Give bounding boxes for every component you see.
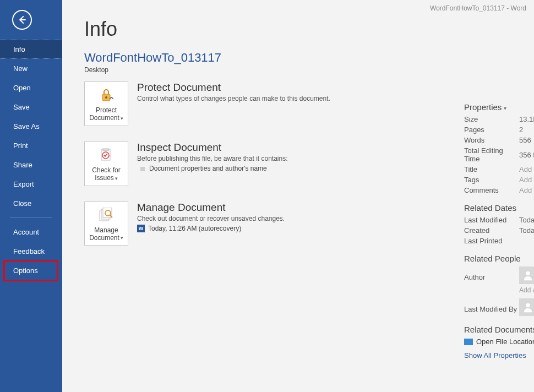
words-value: 556 [519, 136, 531, 144]
pages-value: 2 [519, 126, 523, 134]
svg-point-2 [105, 96, 107, 99]
autorecovery-text: Today, 11:26 AM (autorecovery) [148, 225, 241, 232]
autorecovery-entry[interactable]: WToday, 11:26 AM (autorecovery) [137, 225, 285, 233]
check-for-issues-button[interactable]: Check for Issues▾ [84, 141, 128, 186]
open-file-location[interactable]: Open File Location [464, 337, 534, 346]
nav-open[interactable]: Open [0, 78, 62, 97]
avatar [519, 266, 534, 284]
related-documents-heading: Related Documents [464, 325, 534, 334]
nav-info[interactable]: Info [0, 40, 62, 59]
created-value: Today, 10:29 AM [519, 226, 534, 235]
manage-heading: Manage Document [137, 202, 285, 214]
document-location: Desktop [84, 66, 534, 74]
nav-account[interactable]: Account [0, 222, 62, 242]
tet-label: Total Editing Time [464, 146, 519, 163]
related-people-heading: Related People [464, 254, 534, 263]
title-value[interactable]: Add a title [519, 165, 534, 173]
author-label: Author [464, 270, 519, 281]
inspect-heading: Inspect Document [137, 141, 288, 154]
protect-desc: Control what types of changes people can… [137, 95, 330, 102]
last-modified-value: Today, 4:22 PM [519, 216, 534, 224]
related-dates-heading: Related Dates [464, 203, 534, 213]
nav-save-as[interactable]: Save As [0, 117, 62, 136]
manage-document-button[interactable]: Manage Document▾ [84, 202, 128, 246]
show-all-properties-link[interactable]: Show All Properties [464, 351, 534, 360]
chevron-down-icon: ▾ [115, 176, 118, 182]
backstage-sidebar: Info New Open Save Save As Print Share E… [0, 0, 62, 392]
open-file-location-label: Open File Location [476, 337, 534, 346]
properties-heading-text: Properties [464, 102, 502, 112]
document-title[interactable]: WordFontHowTo_013117 [84, 51, 534, 65]
protect-button-label: Protect Document [89, 106, 119, 122]
inspect-desc: Before publishing this file, be aware th… [137, 155, 288, 162]
last-modified-by-label: Last Modified By [464, 302, 519, 313]
inspect-item-1-text: Document properties and author's name [149, 165, 267, 172]
person-icon [522, 269, 534, 281]
created-label: Created [464, 226, 519, 235]
nav-close[interactable]: Close [0, 194, 62, 213]
comments-label: Comments [464, 186, 519, 194]
nav-export[interactable]: Export [0, 175, 62, 194]
tags-value[interactable]: Add a tag [519, 176, 534, 184]
bullet-icon [140, 167, 145, 171]
nav-new[interactable]: New [0, 59, 62, 78]
folder-icon [464, 339, 473, 345]
document-stack-icon [98, 208, 115, 223]
last-printed-label: Last Printed [464, 237, 519, 245]
svg-point-12 [526, 303, 530, 307]
add-author[interactable]: Add an author [519, 286, 534, 294]
comments-value[interactable]: Add comments [519, 186, 534, 194]
tags-label: Tags [464, 176, 519, 184]
tet-value: 356 Minutes [519, 151, 534, 159]
size-label: Size [464, 115, 519, 123]
arrow-left-icon [17, 15, 27, 25]
word-file-icon: W [137, 225, 145, 232]
words-label: Words [464, 136, 519, 144]
person-icon [522, 301, 534, 313]
manage-button-label: Manage Document [89, 226, 119, 242]
svg-rect-4 [103, 149, 108, 151]
main-panel: Info WordFontHowTo_013117 Desktop Protec… [62, 0, 534, 392]
chevron-down-icon: ▾ [121, 116, 123, 122]
page-title: Info [84, 18, 534, 41]
nav-options[interactable]: Options [4, 261, 57, 280]
size-value: 13.1KB [519, 115, 534, 123]
lock-shield-icon [99, 88, 113, 103]
nav-feedback[interactable]: Feedback [0, 242, 62, 261]
last-modified-label: Last Modified [464, 216, 519, 224]
nav-separator [10, 217, 52, 218]
nav-share[interactable]: Share [0, 155, 62, 175]
document-check-icon [99, 148, 114, 163]
manage-desc: Check out document or recover unsaved ch… [137, 215, 285, 222]
title-label: Title [464, 165, 519, 173]
nav-primary: Info New Open Save Save As Print Share E… [0, 40, 62, 280]
back-button[interactable] [12, 10, 32, 30]
svg-point-11 [526, 271, 530, 275]
nav-save[interactable]: Save [0, 97, 62, 117]
chevron-down-icon: ▾ [121, 235, 123, 241]
properties-heading[interactable]: Properties▾ [464, 102, 534, 112]
chevron-down-icon: ▾ [504, 105, 506, 111]
nav-print[interactable]: Print [0, 136, 62, 155]
protect-heading: Protect Document [137, 81, 330, 94]
inspect-item-1: Document properties and author's name [137, 165, 288, 172]
protect-document-button[interactable]: Protect Document▾ [84, 81, 128, 126]
properties-panel: Properties▾ Size13.1KB Pages2 Words556 T… [464, 102, 534, 360]
pages-label: Pages [464, 126, 519, 134]
avatar [519, 298, 534, 316]
